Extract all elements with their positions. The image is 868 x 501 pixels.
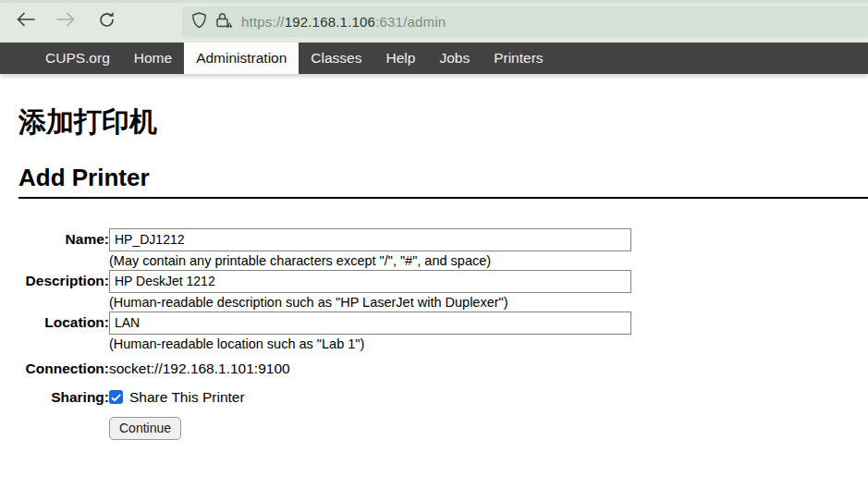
url-text[interactable]: https://192.168.1.106:631/admin (241, 14, 446, 30)
location-input[interactable] (109, 312, 631, 335)
reload-icon (98, 11, 116, 32)
location-label: Location: (18, 310, 109, 336)
url-bar[interactable]: https://192.168.1.106:631/admin (182, 6, 868, 37)
description-input[interactable] (109, 270, 631, 293)
url-scheme: https:// (241, 14, 285, 30)
page-title: Add Printer (18, 163, 868, 193)
back-arrow-icon (16, 12, 35, 31)
back-button[interactable] (11, 7, 39, 35)
nav-item-administration[interactable]: Administration (184, 43, 299, 74)
shield-icon[interactable] (191, 12, 207, 32)
description-label: Description: (18, 268, 109, 295)
nav-item-home[interactable]: Home (122, 43, 184, 74)
nav-item-jobs[interactable]: Jobs (427, 43, 482, 74)
share-this-printer-checkbox[interactable] (109, 390, 123, 404)
name-input[interactable] (109, 228, 631, 251)
name-label: Name: (18, 226, 109, 253)
nav-item-help[interactable]: Help (374, 43, 428, 74)
forward-arrow-icon (56, 12, 76, 31)
description-hint: (Human-readable description such as "HP … (109, 295, 631, 310)
forward-button[interactable] (52, 7, 79, 35)
page-content: 添加打印机 Add Printer Name: (May contain any… (0, 105, 868, 440)
lock-warning-icon[interactable] (215, 12, 233, 32)
connection-label: Connection: (18, 351, 109, 381)
nav-item-printers[interactable]: Printers (482, 43, 555, 74)
location-hint: (Human-readable location such as "Lab 1"… (109, 336, 631, 351)
reload-button[interactable] (92, 7, 120, 35)
url-path: :631/admin (375, 14, 446, 30)
url-host: 192.168.1.106 (285, 14, 376, 30)
share-this-printer-label: Share This Printer (129, 389, 245, 406)
checkmark-icon (111, 389, 121, 406)
cups-navbar: CUPS.org Home Administration Classes Hel… (0, 43, 868, 74)
sharing-label: Sharing: (18, 381, 109, 409)
page-title-chinese: 添加打印机 (18, 105, 868, 139)
connection-value: socket://192.168.1.101:9100 (109, 351, 631, 381)
continue-button[interactable]: Continue (109, 417, 181, 440)
nav-item-classes[interactable]: Classes (299, 43, 373, 74)
nav-item-cups-org[interactable]: CUPS.org (33, 43, 122, 74)
add-printer-form: Name: (May contain any printable charact… (18, 226, 631, 440)
browser-toolbar: https://192.168.1.106:631/admin (0, 0, 868, 43)
title-divider (18, 197, 868, 199)
name-hint: (May contain any printable characters ex… (109, 253, 631, 268)
